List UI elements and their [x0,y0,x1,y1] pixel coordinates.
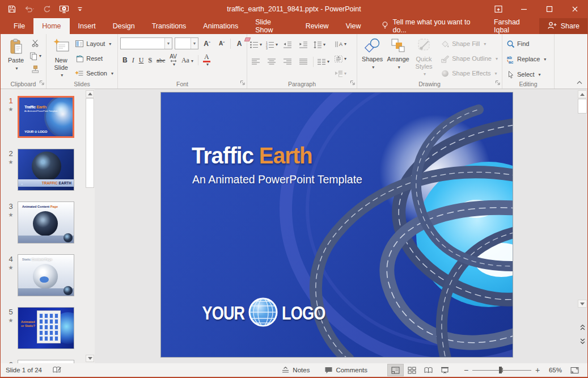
notes-button[interactable]: Notes [276,363,315,377]
shape-fill-button[interactable]: Shape Fill [439,37,500,50]
shape-outline-button[interactable]: Shape Outline [439,52,500,65]
shape-effects-button[interactable]: Shape Effects [439,67,500,79]
scroll-up-icon[interactable] [578,90,587,98]
underline-button[interactable]: U [139,56,144,65]
thumbnail-slide-4[interactable]: 4 ★ Static Content Page [4,254,95,296]
animation-star-icon[interactable]: ★ [4,106,18,112]
grow-font-button[interactable]: A [201,37,213,49]
align-right-icon[interactable] [281,56,294,68]
copy-icon[interactable] [29,50,41,62]
shrink-font-button[interactable]: A [215,37,228,49]
thumbnail-slide-1[interactable]: 1 ★ Traffic Earth An Animated PowerPoint… [4,96,95,138]
logo-placeholder[interactable]: YOUR LOGO [193,297,335,330]
scrollbar-thumb[interactable] [578,99,587,114]
tab-home[interactable]: Home [33,18,69,34]
align-text-button[interactable] [334,53,346,65]
clear-formatting-button[interactable]: A [233,37,246,49]
collapse-ribbon-icon[interactable] [576,79,583,86]
font-size-combo[interactable]: ▼ [175,37,198,49]
change-case-button[interactable]: Aa [181,56,193,65]
scrollbar-thumb[interactable] [86,98,94,188]
italic-button[interactable]: I [132,56,134,65]
font-name-combo[interactable]: ▼ [120,37,172,49]
tab-animations[interactable]: Animations [194,18,247,34]
thumbnail-slide-3[interactable]: 3 ★ Animated Content Page [4,201,95,243]
layout-button[interactable]: Layout [73,37,115,50]
thumbnail-scrollbar[interactable] [86,90,94,362]
tab-file[interactable]: File [5,18,33,34]
tab-transitions[interactable]: Transitions [143,18,195,34]
increase-indent-icon[interactable] [297,39,310,51]
customize-qat-icon[interactable] [77,6,83,12]
align-left-icon[interactable] [249,56,262,68]
maximize-button[interactable] [536,0,562,18]
section-button[interactable]: Section [73,67,115,79]
new-slide-button[interactable]: New Slide [49,36,73,78]
line-spacing-button[interactable] [313,39,325,51]
replace-button[interactable]: abacReplace [505,53,548,65]
previous-slide-icon[interactable] [578,322,587,333]
numbering-button[interactable]: 123 [265,39,278,51]
drawing-dialog-launcher[interactable] [495,80,501,87]
character-spacing-button[interactable]: AV [170,54,177,67]
zoom-level[interactable]: 65% [543,367,564,373]
signed-in-user[interactable]: Farshad Iqbal [485,18,539,34]
chevron-down-icon[interactable]: ▼ [191,38,198,49]
comments-button[interactable]: Comments [319,363,373,377]
align-center-icon[interactable] [265,56,278,68]
slide-show-view-button[interactable] [437,364,453,376]
reading-view-button[interactable] [420,364,437,376]
zoom-slider-knob[interactable] [499,367,502,373]
zoom-out-button[interactable]: − [461,366,471,375]
thumbnail-slide-2[interactable]: 2 ★ TRAFFICEARTH ⊕ [4,149,95,191]
find-button[interactable]: Find [505,37,548,50]
tab-insert[interactable]: Insert [70,18,104,34]
tab-design[interactable]: Design [104,18,143,34]
scroll-down-icon[interactable] [578,300,587,308]
thumbnail-slide-6[interactable]: 6 [4,360,95,363]
animation-star-icon[interactable]: ★ [4,317,18,324]
font-dialog-launcher[interactable] [240,80,246,87]
scroll-up-icon[interactable] [86,90,94,98]
zoom-in-button[interactable]: + [532,366,543,375]
animation-star-icon[interactable]: ★ [4,212,18,218]
text-direction-button[interactable]: A [334,38,346,50]
slide-canvas[interactable]: Traffic Earth An Animated PowerPoint Tem… [95,89,587,363]
ribbon-display-options-icon[interactable] [485,0,511,18]
select-button[interactable]: Select [505,68,548,81]
slide-subtitle[interactable]: An Animated PowerPoint Template [192,173,362,186]
scroll-down-icon[interactable] [86,355,94,362]
quick-styles-button[interactable]: Quick Styles [411,36,437,77]
format-painter-icon[interactable] [29,63,41,75]
tell-me-box[interactable]: Tell me what you want to do... [375,18,485,34]
animation-star-icon[interactable]: ★ [4,264,18,271]
text-shadow-button[interactable]: S [148,56,152,65]
paste-button[interactable]: Paste [3,36,29,77]
cut-icon[interactable] [29,37,41,49]
clipboard-dialog-launcher[interactable] [39,80,45,87]
main-slide[interactable]: Traffic Earth An Animated PowerPoint Tem… [161,93,513,357]
close-button[interactable] [562,0,587,18]
shapes-button[interactable]: Shapes [359,36,385,77]
decrease-indent-icon[interactable] [281,39,294,51]
fit-slide-to-window-button[interactable] [566,364,583,376]
tab-review[interactable]: Review [297,18,337,34]
slide-title[interactable]: Traffic Earth [192,142,312,169]
bold-button[interactable]: B [122,56,128,64]
save-icon[interactable] [7,5,16,14]
arrange-button[interactable]: Arrange [385,36,411,77]
slide-indicator[interactable]: Slide 1 of 24 [6,367,42,373]
justify-icon[interactable] [297,56,310,68]
font-color-button[interactable]: A [203,53,210,67]
bullets-button[interactable] [249,39,262,51]
next-slide-icon[interactable] [578,336,587,346]
convert-smartart-button[interactable] [334,68,346,79]
spell-check-icon[interactable] [52,366,62,375]
normal-view-button[interactable] [387,364,404,376]
columns-button[interactable] [317,56,329,68]
tab-view[interactable]: View [337,18,370,34]
thumbnail-slide-5[interactable]: 5 ★ Animatedor Static? [4,307,95,349]
chevron-down-icon[interactable]: ▼ [164,38,172,49]
start-from-beginning-icon[interactable] [59,5,69,14]
animation-star-icon[interactable]: ★ [4,159,18,165]
